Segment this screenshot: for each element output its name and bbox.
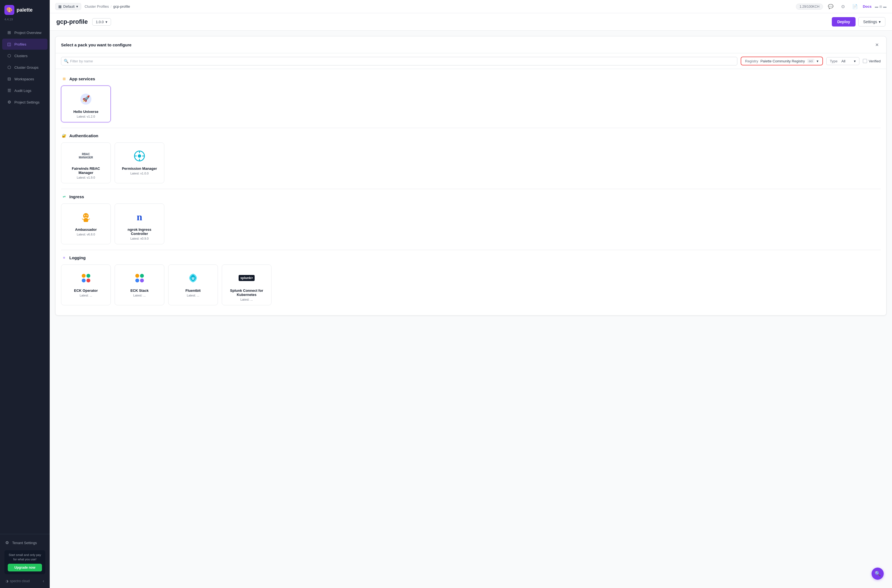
- ingress-grid: Ambassador Latest: v6.8.0 n ngrok Ingres…: [61, 204, 881, 244]
- registry-chevron: ▾: [817, 59, 818, 63]
- deploy-button[interactable]: Deploy: [832, 17, 856, 27]
- sidebar-collapse-icon[interactable]: ‹: [43, 579, 44, 584]
- registry-tag: oci: [807, 59, 814, 63]
- chat-icon[interactable]: 💬: [826, 2, 835, 11]
- rbac-text: RBACMANAGER: [79, 153, 93, 159]
- logging-title: Logging: [69, 255, 86, 260]
- sidebar: 🎨 palette 4.4.19 ⊞ Project Overview ◫ Pr…: [0, 0, 50, 588]
- doc-icon[interactable]: 📄: [851, 2, 859, 11]
- workspaces-icon: ⊟: [7, 76, 12, 81]
- page-title: gcp-profile: [56, 18, 88, 26]
- pack-card-ambassador[interactable]: Ambassador Latest: v6.8.0: [61, 204, 111, 244]
- logo-icon: 🎨: [5, 5, 14, 15]
- spectro-icon: ◑: [6, 579, 8, 583]
- splunk-logo: splunk>: [239, 270, 254, 286]
- ambassador-svg: [79, 210, 93, 224]
- fluentbit-svg: [186, 272, 200, 285]
- dot-4: [86, 279, 90, 282]
- svg-text:🚀: 🚀: [82, 95, 90, 102]
- ngrok-n: n: [137, 211, 142, 223]
- search-wrap: 🔍: [61, 57, 737, 65]
- dot-5: [135, 274, 139, 278]
- page-header-actions: Deploy Settings ▾: [832, 17, 885, 27]
- pack-card-fluentbit[interactable]: Fluentbit Latest: ...: [168, 264, 218, 305]
- svg-rect-9: [84, 219, 88, 222]
- audit-logs-icon: ☰: [7, 88, 12, 93]
- registry-dropdown[interactable]: Registry Palette Community Registry oci …: [741, 57, 823, 65]
- eck-dots: [82, 274, 90, 282]
- close-button[interactable]: ✕: [873, 41, 881, 49]
- spectro-name: ◑ spectro cloud: [6, 579, 30, 583]
- type-value: All: [841, 59, 852, 63]
- section-app-services: ⊞ App services: [61, 76, 881, 82]
- authentication-grid: RBACMANAGER Fairwinds RBAC Manager Lates…: [61, 142, 881, 183]
- search-fab[interactable]: 🔍: [872, 568, 884, 580]
- svg-point-3: [138, 154, 141, 158]
- type-chevron: ▾: [854, 59, 856, 63]
- version-chevron: ▾: [105, 20, 107, 24]
- sidebar-item-clusters[interactable]: ⬡ Clusters: [2, 50, 48, 61]
- workspace-label: Default: [63, 4, 75, 9]
- sidebar-item-label: Clusters: [14, 54, 28, 58]
- registry-label: Registry: [745, 59, 758, 63]
- breadcrumb-sep: /: [110, 4, 111, 9]
- logo-area[interactable]: 🎨 palette: [0, 0, 50, 17]
- filter-bar: 🔍 Registry Palette Community Registry oc…: [56, 53, 886, 69]
- sidebar-item-workspaces[interactable]: ⊟ Workspaces: [2, 74, 48, 84]
- dot-2: [86, 274, 90, 278]
- app-services-grid: 🚀 Hello Universe Latest: v1.2.0: [61, 86, 881, 122]
- docs-link[interactable]: Docs: [863, 4, 872, 9]
- sidebar-item-label: Cluster Groups: [14, 65, 38, 70]
- sidebar-item-label: Project Settings: [14, 100, 39, 104]
- help-icon[interactable]: ⊙: [838, 2, 847, 11]
- clusters-icon: ⬡: [7, 53, 12, 58]
- app-services-title: App services: [69, 76, 95, 81]
- ngrok-logo: n: [132, 209, 147, 225]
- version-value: 1.0.0: [96, 20, 104, 24]
- settings-button[interactable]: Settings ▾: [858, 17, 885, 27]
- sidebar-item-profiles[interactable]: ◫ Profiles: [2, 39, 48, 50]
- version-select[interactable]: 1.0.0 ▾: [92, 18, 111, 26]
- pack-card-ngrok[interactable]: n ngrok Ingress Controller Latest: v0.9.…: [115, 204, 164, 244]
- eck-stack-logo: [132, 270, 147, 286]
- verified-label: Verified: [869, 59, 881, 63]
- sidebar-item-tenant-settings[interactable]: ⚙ Tenant Settings: [2, 537, 48, 548]
- section-ingress: ⇌ Ingress: [61, 194, 881, 200]
- pack-card-eck-operator[interactable]: ECK Operator Latest: ...: [61, 264, 111, 305]
- section-authentication: 🔐 Authentication: [61, 132, 881, 139]
- verified-checkbox[interactable]: [863, 59, 867, 63]
- settings-label: Settings: [863, 20, 877, 24]
- sidebar-item-audit-logs[interactable]: ☰ Audit Logs: [2, 85, 48, 96]
- upgrade-button[interactable]: Upgrade now: [8, 564, 42, 572]
- workspace-selector[interactable]: ▦ Default ▾: [55, 3, 81, 10]
- pack-content: ⊞ App services 🚀 Hello Universe Latest: …: [56, 69, 886, 315]
- type-filter[interactable]: Type All ▾: [826, 57, 859, 65]
- search-input[interactable]: [61, 57, 737, 65]
- page-header: gcp-profile 1.0.0 ▾ Deploy Settings ▾: [50, 13, 892, 31]
- sidebar-item-project-overview[interactable]: ⊞ Project Overview: [2, 27, 48, 38]
- eck-stack-version: Latest: ...: [133, 294, 146, 297]
- sidebar-item-label: Audit Logs: [14, 88, 31, 93]
- ambassador-logo: [78, 209, 94, 225]
- verified-filter[interactable]: Verified: [863, 59, 881, 63]
- fluentbit-logo: [185, 270, 201, 286]
- eck-operator-logo: [78, 270, 94, 286]
- sidebar-item-cluster-groups[interactable]: ⬡ Cluster Groups: [2, 62, 48, 73]
- ingress-icon: ⇌: [61, 194, 67, 200]
- breadcrumb-item-0[interactable]: Cluster Profiles: [84, 4, 109, 9]
- layout-icon-2: ⊞: [879, 5, 882, 9]
- pack-card-permission-manager[interactable]: Permission Manager Latest: v1.0.0: [115, 142, 164, 183]
- eck-stack-name: ECK Stack: [130, 288, 149, 292]
- pack-card-hello-universe[interactable]: 🚀 Hello Universe Latest: v1.2.0: [61, 86, 111, 122]
- sidebar-item-project-settings[interactable]: ⚙ Project Settings: [2, 97, 48, 108]
- sidebar-bottom: ⚙ Tenant Settings Start small and only p…: [0, 534, 50, 588]
- pack-card-rbac-manager[interactable]: RBACMANAGER Fairwinds RBAC Manager Lates…: [61, 142, 111, 183]
- tenant-settings-icon: ⚙: [5, 540, 9, 545]
- hello-universe-version: Latest: v1.2.0: [77, 115, 95, 118]
- pack-card-splunk[interactable]: splunk> Splunk Connect for Kubernetes La…: [222, 264, 272, 305]
- permission-manager-logo: [132, 148, 147, 164]
- pack-card-eck-stack[interactable]: ECK Stack Latest: ...: [115, 264, 164, 305]
- credits-badge: 1.29/100KCH: [796, 4, 823, 10]
- main-content: ▦ Default ▾ Cluster Profiles / gcp-profi…: [50, 0, 892, 588]
- svg-point-11: [86, 215, 87, 216]
